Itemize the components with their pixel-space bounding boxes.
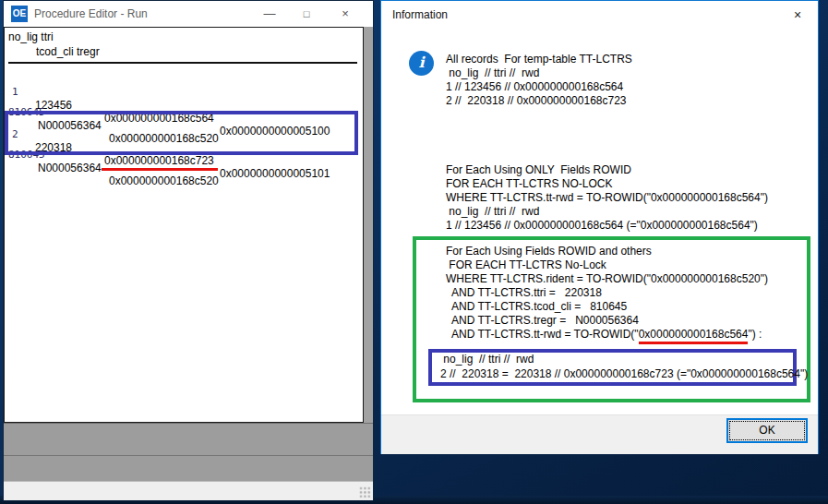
dialog-close-icon[interactable]: × xyxy=(781,1,814,29)
column-header-line2: tcod_cli tregr xyxy=(36,45,100,59)
dialog-text-line: WHERE TT-LCTRS.rident = TO-ROWID("0x0000… xyxy=(446,272,768,286)
ok-button-label: OK xyxy=(759,420,774,441)
seq-value: 0x0000000000005101 xyxy=(220,167,330,180)
dialog-text-line: 1 // 123456 // 0x000000000168c564 (="0x0… xyxy=(446,219,758,233)
dialog-text-line: AND TT-LCTRS.tregr = N000056364 xyxy=(446,314,639,328)
tregr-value: N000056364 xyxy=(38,119,102,132)
information-dialog: Information × i All records For temp-tab… xyxy=(380,0,819,454)
resize-grip[interactable] xyxy=(359,486,371,498)
editor-window-title: Procedure Editor - Run xyxy=(34,1,148,27)
rwd-value-red-underlined: 0x000000000168c723 xyxy=(102,154,218,171)
text-suffix: ") : xyxy=(748,328,762,341)
rwd-value: 0x000000000168c564 xyxy=(104,112,214,125)
dialog-text-line: For Each Using Fields ROWID and others xyxy=(446,245,652,258)
result-header-line: no_lig // ttri // rwd xyxy=(440,353,534,366)
tcod-cli-value: 810645 xyxy=(8,149,45,161)
dialog-text-line-with-underline: AND TT-LCTRS.tt-rwd = TO-ROWID("0x000000… xyxy=(446,328,762,342)
maximize-button[interactable]: □ xyxy=(292,1,321,27)
editor-statusbar xyxy=(4,481,373,500)
editor-gray-panel-lower xyxy=(4,455,373,481)
dialog-titlebar[interactable]: Information × xyxy=(381,1,818,29)
dialog-text-line: 2 // 220318 // 0x000000000168c723 xyxy=(446,94,627,108)
procedure-editor-window: OE Procedure Editor - Run — □ × no_lig t… xyxy=(3,0,374,500)
tregr-value: N000056364 xyxy=(38,162,102,174)
minimize-button[interactable]: — xyxy=(255,1,284,27)
dialog-text-line: no_lig // ttri // rwd xyxy=(446,205,539,219)
record-row-2: 2 220318 0x000000000168c723 0x0000000000… xyxy=(5,115,23,129)
text-prefix: AND TT-LCTRS.tt-rwd = TO-ROWID(" xyxy=(446,328,639,341)
openedge-app-icon: OE xyxy=(11,6,28,22)
dialog-text-line: FOR EACH TT-LCTRS NO-LOCK xyxy=(446,177,612,191)
record-row-2-detail: 810645 N000056364 0x000000000168c520 xyxy=(5,136,23,150)
editor-gray-panel-upper xyxy=(4,423,373,455)
rowid-red-underlined: 0x000000000168c564 xyxy=(639,328,749,344)
editor-output-area[interactable]: no_lig ttri tcod_cli tregr 1 123456 0x00… xyxy=(4,27,364,423)
dialog-text-line: AND TT-LCTRS.tcod_cli = 810645 xyxy=(446,300,627,314)
rident-value: 0x000000000168c520 xyxy=(109,132,219,145)
dialog-text-line: 1 // 123456 // 0x000000000168c564 xyxy=(446,80,623,94)
column-header-line1: no_lig ttri xyxy=(8,30,54,44)
result-value-line: 2 // 220318 = 220318 // 0x000000000168c7… xyxy=(440,367,808,381)
dialog-text-line: AND TT-LCTRS.ttri = 220318 xyxy=(446,286,602,300)
header-divider xyxy=(8,62,357,64)
ok-button[interactable]: OK xyxy=(726,418,808,443)
seq-value: 0x0000000000005100 xyxy=(220,125,330,138)
record-row-1: 1 123456 0x000000000168c564 0x0000000000… xyxy=(5,73,23,87)
record-row-1-detail: 810645 N000056364 0x000000000168c520 xyxy=(5,93,23,107)
dialog-text-line: FOR EACH TT-LCTRS No-Lock xyxy=(446,258,606,272)
dialog-text-line: All records For temp-table TT-LCTRS xyxy=(446,53,632,66)
dialog-text-line: WHERE TT-LCTRS.tt-rwd = TO-ROWID("0x0000… xyxy=(446,191,768,205)
info-icon: i xyxy=(409,51,434,76)
close-button[interactable]: × xyxy=(330,1,360,27)
editor-titlebar[interactable]: OE Procedure Editor - Run — □ × xyxy=(4,1,373,27)
rident-value: 0x000000000168c520 xyxy=(109,174,219,187)
dialog-title: Information xyxy=(392,1,448,29)
dialog-text-line: For Each Using ONLY Fields ROWID xyxy=(446,163,631,177)
dialog-text-line: no_lig // ttri // rwd xyxy=(446,66,539,80)
